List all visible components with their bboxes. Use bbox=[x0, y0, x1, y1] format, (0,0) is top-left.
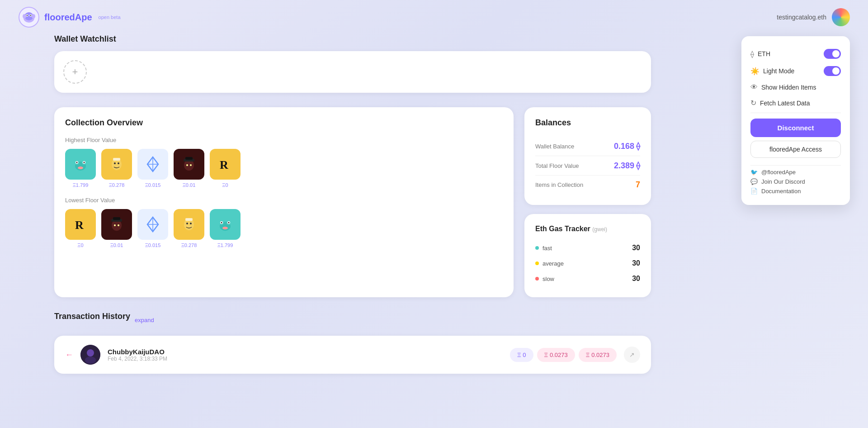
lowest-floor-row: R Ξ0 Ξ0.01 Ξ0.015 bbox=[65, 209, 503, 248]
docs-icon: 📄 bbox=[750, 188, 758, 195]
main-content: Wallet Watchlist + Collection Overview H… bbox=[0, 34, 868, 392]
collection-title: Collection Overview bbox=[65, 118, 503, 128]
nft-thumb-4 bbox=[174, 149, 204, 180]
gas-fast-value: 30 bbox=[632, 244, 640, 252]
wallet-balance-label: Wallet Balance bbox=[535, 143, 574, 150]
svg-point-15 bbox=[76, 162, 78, 163]
user-avatar[interactable] bbox=[832, 8, 850, 26]
gas-average-label: average bbox=[535, 260, 564, 267]
wallet-address-display: testingcatalog.eth bbox=[777, 14, 826, 21]
eth-icon-2: ⟠ bbox=[636, 161, 640, 171]
nft-item-10[interactable]: Ξ1.799 bbox=[210, 209, 241, 248]
light-mode-label-group: ☀️ Light Mode bbox=[750, 67, 794, 76]
svg-point-21 bbox=[118, 162, 119, 164]
gas-slow-label: slow bbox=[535, 276, 554, 282]
items-label: Items in Collection bbox=[535, 181, 583, 188]
panel-divider-2 bbox=[750, 165, 841, 166]
twitter-icon: 🐦 bbox=[750, 169, 758, 176]
eth-badge-icon-2: Ξ bbox=[544, 352, 548, 358]
tx-avatar-1 bbox=[80, 345, 100, 365]
svg-point-59 bbox=[228, 222, 230, 224]
overview-row: Collection Overview Highest Floor Value … bbox=[54, 107, 651, 297]
eth-toggle[interactable] bbox=[824, 49, 841, 59]
svg-point-41 bbox=[114, 224, 116, 226]
gas-title: Eth Gas Tracker (gwei) bbox=[535, 225, 640, 233]
nft-thumb-9 bbox=[174, 209, 204, 240]
twitter-link[interactable]: 🐦 @flooredApe bbox=[750, 167, 841, 177]
tx-badge-3: Ξ 0.0273 bbox=[579, 348, 617, 362]
gas-slow-value: 30 bbox=[632, 275, 640, 283]
add-wallet-button[interactable]: + bbox=[63, 60, 87, 84]
eth-badge-icon-1: Ξ bbox=[517, 352, 521, 358]
nft-item-9[interactable]: Ξ0.278 bbox=[174, 209, 204, 248]
show-hidden-row[interactable]: 👁 Show Hidden Items bbox=[750, 80, 841, 95]
tx-date: Feb 4, 2022, 3:18:33 PM bbox=[108, 356, 503, 362]
expand-link[interactable]: expand bbox=[135, 317, 154, 323]
light-mode-toggle[interactable] bbox=[824, 66, 841, 76]
watchlist-card: + bbox=[54, 51, 651, 93]
logo-area: flooredApe open beta bbox=[18, 6, 121, 28]
nft-item-3[interactable]: Ξ0.015 bbox=[137, 149, 168, 188]
tx-title: Transaction History bbox=[54, 312, 130, 321]
discord-icon: 💬 bbox=[750, 178, 758, 185]
discord-link[interactable]: 💬 Join Our Discord bbox=[750, 177, 841, 186]
svg-point-17 bbox=[78, 166, 83, 169]
svg-point-8 bbox=[32, 14, 35, 19]
items-row: Items in Collection 7 bbox=[535, 176, 640, 194]
tx-badge-1: Ξ 0 bbox=[510, 348, 533, 362]
disconnect-button[interactable]: Disconnect bbox=[750, 119, 841, 137]
docs-link[interactable]: 📄 Documentation bbox=[750, 186, 841, 196]
nft-item-4[interactable]: Ξ0.01 bbox=[174, 149, 204, 188]
svg-rect-40 bbox=[113, 217, 120, 220]
nft-price-5: Ξ0 bbox=[222, 182, 228, 188]
tx-badges: Ξ 0 Ξ 0.0273 Ξ 0.0273 bbox=[510, 348, 617, 362]
show-hidden-label: Show Hidden Items bbox=[761, 84, 816, 91]
beta-label: open beta bbox=[99, 14, 121, 20]
svg-text:R: R bbox=[75, 219, 84, 232]
light-mode-label: Light Mode bbox=[763, 67, 794, 75]
nft-price-7: Ξ0.01 bbox=[110, 243, 123, 248]
svg-point-5 bbox=[27, 15, 28, 16]
svg-point-7 bbox=[23, 14, 26, 19]
svg-point-20 bbox=[114, 162, 116, 164]
nft-item-2[interactable]: Ξ0.278 bbox=[101, 149, 132, 188]
nft-price-10: Ξ1.799 bbox=[217, 243, 233, 248]
total-floor-label: Total Floor Value bbox=[535, 162, 579, 169]
fetch-latest-label-group: ↻ Fetch Latest Data bbox=[750, 99, 810, 107]
svg-point-49 bbox=[186, 223, 188, 224]
nft-thumb-1 bbox=[65, 149, 96, 180]
app-header: flooredApe open beta testingcatalog.eth bbox=[0, 0, 868, 34]
tx-action-button[interactable]: ↗ bbox=[624, 347, 640, 363]
dropdown-panel: ⟠ ETH ☀️ Light Mode 👁 Show Hidden Items … bbox=[741, 36, 850, 205]
total-floor-row: Total Floor Value 2.389 ⟠ bbox=[535, 156, 640, 176]
nft-item-5[interactable]: R Ξ0 bbox=[210, 149, 241, 188]
svg-point-31 bbox=[186, 164, 188, 166]
nft-item-6[interactable]: R Ξ0 bbox=[65, 209, 96, 248]
eth-badge-icon-3: Ξ bbox=[586, 352, 590, 358]
highest-floor-row: Ξ1.799 Ξ0.278 Ξ0.015 bbox=[65, 149, 503, 188]
gas-fast-row: fast 30 bbox=[535, 240, 640, 256]
tx-badge-2: Ξ 0.0273 bbox=[537, 348, 575, 362]
nft-price-3: Ξ0.015 bbox=[145, 182, 161, 188]
access-button[interactable]: flooredApe Access bbox=[750, 141, 841, 158]
fetch-latest-row[interactable]: ↻ Fetch Latest Data bbox=[750, 95, 841, 111]
nft-item-8[interactable]: Ξ0.015 bbox=[137, 209, 168, 248]
app-name: flooredApe bbox=[44, 12, 92, 23]
light-mode-row: ☀️ Light Mode bbox=[750, 62, 841, 80]
balances-title: Balances bbox=[535, 118, 640, 128]
nft-thumb-5: R bbox=[210, 149, 241, 180]
svg-point-60 bbox=[222, 227, 228, 229]
gas-unit: (gwei) bbox=[592, 226, 607, 233]
nft-thumb-8 bbox=[137, 209, 168, 240]
show-hidden-label-group: 👁 Show Hidden Items bbox=[750, 83, 816, 91]
eth-label-group: ⟠ ETH bbox=[750, 50, 770, 58]
nft-thumb-6: R bbox=[65, 209, 96, 240]
nft-item-7[interactable]: Ξ0.01 bbox=[101, 209, 132, 248]
average-dot bbox=[535, 262, 539, 265]
tx-direction-icon: ← bbox=[65, 350, 73, 360]
tx-header: Transaction History expand bbox=[54, 312, 651, 328]
nft-item-1[interactable]: Ξ1.799 bbox=[65, 149, 96, 188]
gas-average-value: 30 bbox=[632, 259, 640, 267]
svg-point-16 bbox=[84, 162, 85, 163]
nft-price-9: Ξ0.278 bbox=[181, 243, 197, 248]
